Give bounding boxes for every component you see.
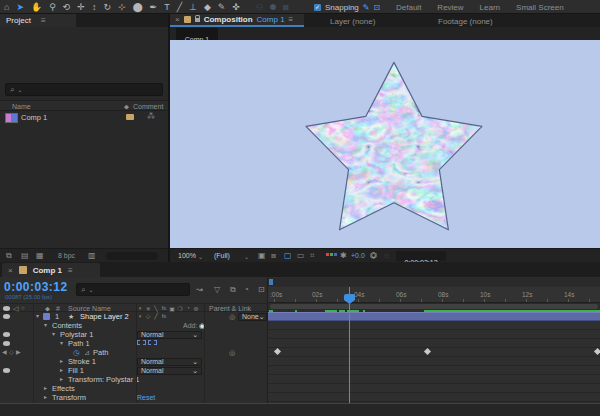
snapping-checkbox[interactable]: ✓ <box>314 4 321 11</box>
path-direction-icon[interactable] <box>137 340 146 345</box>
tool-rotation-icon[interactable]: ↻ <box>103 2 111 12</box>
group-label[interactable]: Transform: Polystar 1 <box>68 376 139 384</box>
region-of-interest-icon[interactable]: ▭ <box>297 251 305 260</box>
mini-flowchart-icon[interactable]: ↝ <box>196 285 203 294</box>
exposure-gear-icon[interactable]: ✱ <box>340 251 347 260</box>
workspace-item[interactable]: Small Screen <box>516 3 564 12</box>
layer-switch-icon[interactable]: ╱ <box>153 313 159 319</box>
layer-row-shape-layer-2[interactable]: ▾ 1 ★ Shape Layer 2 ◖◇╱fx ◎ None⌄ <box>0 312 268 321</box>
expander-icon[interactable]: ▾ <box>44 322 47 328</box>
workspace-item[interactable]: Review <box>437 3 463 12</box>
switch-column-icon[interactable]: ❍ <box>177 305 183 312</box>
group-label[interactable]: Path 1 <box>68 340 90 348</box>
timeline-search-input[interactable]: ⌕ ⌄ <box>76 283 190 296</box>
project-search-input[interactable]: ⌕ ⌄ <box>5 83 163 96</box>
tool-dolly-camera-icon[interactable]: ↕ <box>92 2 97 12</box>
stopwatch-icon[interactable]: ◷ <box>73 349 80 357</box>
tool-home-icon[interactable]: ⌂ <box>4 2 9 12</box>
group-label[interactable]: Polystar 1 <box>60 331 93 339</box>
tool-selection-icon[interactable]: ➤ <box>16 2 24 12</box>
interpret-footage-icon[interactable]: ⧉ <box>6 251 12 261</box>
shared-view-icon[interactable]: ⊠ <box>282 3 289 12</box>
shared-view-icon[interactable]: ⚇ <box>256 3 263 12</box>
switch-column-icon[interactable]: fx <box>161 305 167 312</box>
tool-orbit-camera-icon[interactable]: ⟲ <box>63 2 71 12</box>
panel-menu-icon[interactable]: ≡ <box>289 15 294 24</box>
group-label[interactable]: Contents <box>52 322 82 330</box>
layer-name[interactable]: Shape Layer 2 <box>80 313 129 321</box>
tool-brush-icon[interactable]: ╱ <box>177 2 182 12</box>
blend-mode-select[interactable]: Normal⌄ <box>137 367 202 375</box>
timeline-nav-strip[interactable] <box>268 278 600 286</box>
group-row-transform-polystar[interactable]: ▸ Transform: Polystar 1 <box>0 375 268 384</box>
comp-color-swatch[interactable] <box>19 266 27 274</box>
close-tab-icon[interactable]: × <box>175 15 180 24</box>
reset-button[interactable]: Reset <box>137 394 155 401</box>
graph-rows-area[interactable] <box>268 321 600 402</box>
tab-layer[interactable]: Layer (none) <box>330 17 375 26</box>
grid-guides-icon[interactable]: ▢ <box>284 251 292 260</box>
parent-link-column[interactable]: Parent & Link <box>209 305 251 312</box>
expander-icon[interactable]: ▸ <box>60 367 63 373</box>
view-tab-comp1[interactable]: Comp 1 <box>176 28 218 40</box>
group-row-stroke-1[interactable]: ▸ Stroke 1 Normal⌄ <box>0 357 268 366</box>
layer-switch-icon[interactable]: fx <box>161 313 167 319</box>
nav-start-handle[interactable] <box>269 279 273 285</box>
tool-puppet-pin-icon[interactable]: ✜ <box>232 2 240 12</box>
lock-icon[interactable] <box>195 18 200 22</box>
prev-keyframe-icon[interactable]: ◀ <box>2 349 7 355</box>
eye-icon[interactable] <box>3 332 10 337</box>
expander-icon[interactable]: ▸ <box>44 394 47 400</box>
close-tab-icon[interactable]: × <box>8 266 13 275</box>
workspace-item[interactable]: Learn <box>480 3 500 12</box>
group-label[interactable]: Transform <box>52 394 86 402</box>
3d-view-icon[interactable]: ⧈ <box>271 251 276 261</box>
composition-viewport[interactable] <box>170 40 600 248</box>
tool-eraser-icon[interactable]: ◆ <box>204 2 211 12</box>
expander-icon[interactable]: ▸ <box>44 385 47 391</box>
eye-icon[interactable] <box>3 341 10 346</box>
layer-duration-bar[interactable] <box>268 312 600 321</box>
layer-switch-icon[interactable]: ◖ <box>137 313 143 319</box>
pickwhip-icon[interactable]: ◎ <box>229 349 235 356</box>
group-row-contents[interactable]: ▾ Contents Add: ◉ <box>0 321 268 330</box>
snapshot-camera-icon[interactable]: ⏣ <box>370 251 377 260</box>
group-row-effects[interactable]: ▸ Effects <box>0 384 268 393</box>
switch-column-icon[interactable]: ╲ <box>153 305 159 312</box>
new-composition-icon[interactable]: ▦ <box>36 251 44 260</box>
expander-icon[interactable]: ▾ <box>60 340 63 346</box>
expander-icon[interactable]: ▸ <box>60 358 63 364</box>
switch-column-icon[interactable]: ✳ <box>145 305 151 312</box>
exposure-value[interactable]: +0.0 <box>351 252 365 259</box>
bit-depth-button[interactable]: 8 bpc <box>58 252 75 259</box>
label-color-swatch[interactable] <box>126 114 134 120</box>
tool-type-icon[interactable]: T <box>164 2 170 12</box>
eye-icon[interactable] <box>3 368 10 373</box>
switch-column-icon[interactable]: ◖ <box>137 305 143 312</box>
show-snapshot-icon[interactable]: ◌ <box>384 251 389 260</box>
magnification-select[interactable]: 100% <box>178 252 196 259</box>
comp-color-swatch[interactable] <box>184 16 191 23</box>
group-row-path-1[interactable]: ▾ Path 1 <box>0 339 268 348</box>
work-area-bar[interactable] <box>269 303 599 310</box>
snap-bezier-icon[interactable]: ✎ <box>363 3 370 12</box>
next-keyframe-icon[interactable]: ▶ <box>16 349 21 355</box>
tool-hand-icon[interactable]: ✋ <box>31 2 42 12</box>
tool-pan-behind-icon[interactable]: ⊹ <box>118 2 126 12</box>
column-comment[interactable]: Comment <box>133 103 163 110</box>
view-layout-icon[interactable]: ▣ <box>258 251 266 260</box>
expander-icon[interactable]: ▸ <box>60 376 63 382</box>
frame-blending-icon[interactable]: ⧉ <box>230 285 236 295</box>
vertical-panel-divider[interactable] <box>168 14 170 262</box>
shared-view-icon[interactable]: ⚉ <box>269 3 276 12</box>
pickwhip-icon[interactable]: ◎ <box>229 313 235 320</box>
tab-composition[interactable]: × Composition Comp 1 ≡ <box>170 14 304 27</box>
current-time-indicator-line[interactable] <box>349 287 350 403</box>
group-row-transform[interactable]: ▸ Transform Reset <box>0 393 268 402</box>
tool-zoom-icon[interactable]: ⚲ <box>49 2 56 12</box>
eye-icon[interactable] <box>3 314 10 319</box>
number-column[interactable]: # <box>56 305 60 312</box>
group-label[interactable]: Stroke 1 <box>68 358 96 366</box>
switch-column-icon[interactable]: ▣ <box>169 305 175 312</box>
tool-roto-brush-icon[interactable]: ✎ <box>218 2 226 12</box>
